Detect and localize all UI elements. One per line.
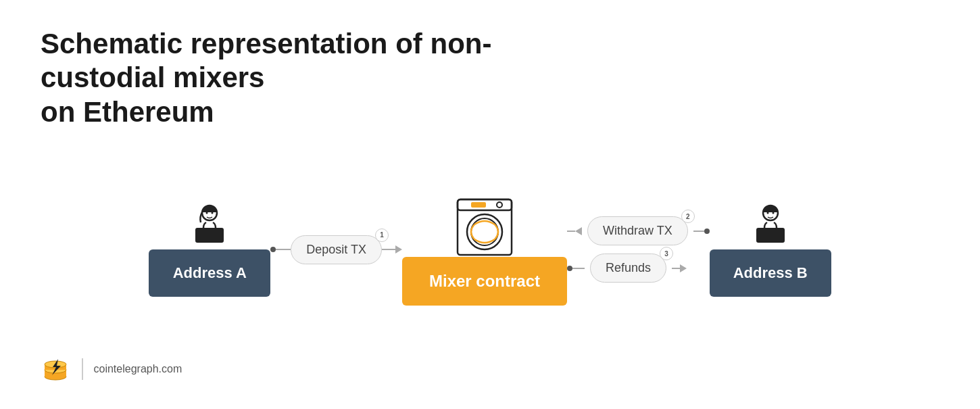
arrow-withdraw-connector-left <box>567 227 582 235</box>
refunds-flow: Refunds 3 <box>567 254 710 283</box>
person-a-icon <box>186 202 233 249</box>
deposit-tx-box: Deposit TX 1 <box>291 235 382 264</box>
svg-rect-1 <box>195 228 224 243</box>
svg-point-12 <box>766 212 768 214</box>
left-section: Address A <box>149 202 270 297</box>
right-arrows-area: Withdraw TX 2 <box>567 216 710 283</box>
svg-rect-11 <box>756 228 785 243</box>
svg-point-3 <box>212 212 214 214</box>
svg-point-9 <box>471 218 498 245</box>
arrow-refunds-connector-right <box>672 264 687 272</box>
refunds-box: Refunds 3 <box>590 254 666 283</box>
step1-badge: 1 <box>375 228 389 242</box>
footer-divider <box>82 358 83 380</box>
diagram-area: Address A Deposit TX 1 <box>41 156 939 343</box>
withdraw-tx-box: Withdraw TX 2 <box>587 216 688 245</box>
withdraw-flow: Withdraw TX 2 <box>567 216 710 245</box>
footer: cointelegraph.com <box>41 356 939 382</box>
main-container: Schematic representation of non-custodia… <box>0 0 980 409</box>
center-section: Mixer contract <box>402 194 567 306</box>
svg-rect-7 <box>471 202 486 208</box>
svg-rect-4 <box>458 199 512 255</box>
svg-point-2 <box>206 212 208 214</box>
mixer-contract-box: Mixer contract <box>402 257 567 306</box>
arrow-refunds-connector-left <box>567 266 585 271</box>
address-a-box: Address A <box>149 249 270 297</box>
right-section: Address B <box>710 202 831 297</box>
arrow-a-to-deposit <box>270 247 291 252</box>
arrow-withdraw-connector-right <box>693 228 710 234</box>
svg-point-6 <box>497 202 502 208</box>
person-b-icon <box>747 202 794 249</box>
page-title: Schematic representation of non-custodia… <box>41 27 547 129</box>
address-b-box: Address B <box>710 249 831 297</box>
step2-badge: 2 <box>681 210 695 223</box>
main-diagram: Address A Deposit TX 1 <box>41 194 939 306</box>
arrow-deposit-to-mixer <box>382 245 402 254</box>
washing-machine-icon <box>451 194 518 258</box>
svg-point-8 <box>467 214 502 249</box>
step3-badge: 3 <box>660 247 673 260</box>
footer-website: cointelegraph.com <box>94 363 182 375</box>
cointelegraph-logo <box>41 356 71 382</box>
svg-point-13 <box>772 212 774 214</box>
